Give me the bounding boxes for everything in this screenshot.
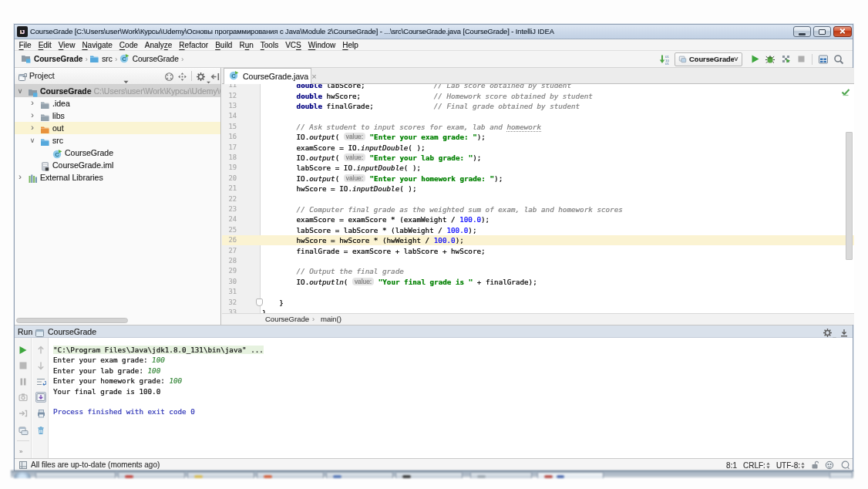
inspections-status-icon[interactable] <box>841 86 850 96</box>
run-tab-coursegrade[interactable]: CourseGrade <box>48 327 96 336</box>
chevron-collapsed-icon[interactable]: › <box>29 110 36 120</box>
editor-vscrollbar-thumb[interactable] <box>846 132 853 260</box>
taskbar-app-icon <box>194 475 203 478</box>
menu-navigate[interactable]: Navigate <box>79 41 116 49</box>
nav-crumb-label: CourseGrade <box>34 55 82 63</box>
menu-analyze[interactable]: Analyze <box>141 41 176 49</box>
console-layout-button[interactable] <box>18 425 29 436</box>
exit-button[interactable] <box>18 408 29 419</box>
event-log-icon[interactable] <box>840 460 850 471</box>
menu-run[interactable]: Run <box>236 41 257 49</box>
readonly-toggle-icon[interactable] <box>811 460 819 471</box>
menu-edit[interactable]: Edit <box>35 41 55 49</box>
main-area: Project ∨CourseGrade C:\Users\user\Work\… <box>15 68 853 325</box>
menu-build[interactable]: Build <box>212 41 236 49</box>
taskbar-button-5[interactable] <box>326 472 393 478</box>
tree-item-coursegrade[interactable]: ∨CourseGrade C:\Users\user\Work\Курсы\Ud… <box>15 85 220 97</box>
menu-code[interactable]: Code <box>116 41 141 49</box>
run-configuration-select[interactable]: CourseGrade∨ <box>675 52 742 66</box>
rerun-button[interactable] <box>18 345 29 356</box>
run-console[interactable]: "C:\Program Files\Java\jdk1.8.0_131\bin\… <box>49 338 853 458</box>
collapse-all-button[interactable] <box>177 71 187 85</box>
title-bar[interactable]: IJ CourseGrade [C:\Users\user\Work\Курсы… <box>15 25 853 39</box>
taskbar-button-9[interactable] <box>829 472 853 478</box>
update-project-button[interactable]: 011001 <box>656 52 671 67</box>
run-button[interactable] <box>747 52 762 67</box>
taskbar-button-7[interactable] <box>470 472 532 478</box>
windows-start-orb[interactable] <box>14 472 31 478</box>
run-with-coverage-button[interactable] <box>778 52 793 67</box>
taskbar-button-6[interactable] <box>395 472 463 478</box>
line-ending-select[interactable]: CRLF: <box>743 461 770 470</box>
project-settings-button[interactable] <box>196 71 206 85</box>
encoding-select[interactable]: UTF-8: <box>776 461 805 470</box>
menu-file[interactable]: File <box>15 41 35 49</box>
taskbar-button-3[interactable] <box>187 472 254 478</box>
fold-marker-icon[interactable] <box>256 298 263 306</box>
chevron-collapsed-icon[interactable]: › <box>29 123 36 132</box>
chevron-expanded-icon[interactable]: ∨ <box>29 137 36 144</box>
project-hscrollbar[interactable] <box>15 316 220 325</box>
windows-taskbar[interactable] <box>11 470 853 477</box>
maximize-button[interactable] <box>813 26 831 37</box>
highlighting-level-icon[interactable] <box>825 460 834 471</box>
breadcrumb-class[interactable]: CourseGrade <box>265 315 309 323</box>
code-line-20: IO.output( value: "Enter your homework g… <box>262 174 503 184</box>
menu-view[interactable]: View <box>55 41 79 49</box>
debug-button[interactable] <box>762 52 778 67</box>
tree-item-libs[interactable]: ›libs <box>15 110 220 122</box>
up-button[interactable] <box>35 345 46 356</box>
search-everywhere-button[interactable] <box>831 52 846 67</box>
stop-button[interactable] <box>18 360 29 371</box>
chevron-collapsed-icon[interactable]: › <box>29 98 36 107</box>
minimize-button[interactable] <box>793 26 811 37</box>
tree-item-coursegrade[interactable]: CCourseGrade <box>15 147 220 159</box>
menu-refactor[interactable]: Refactor <box>176 41 212 49</box>
status-message: All files are up-to-date (moments ago) <box>31 460 160 469</box>
chevron-collapsed-icon[interactable]: › <box>16 172 24 181</box>
soft-wrap-button[interactable] <box>35 376 46 387</box>
nav-crumb-coursegrade-2[interactable]: CCourseGrade <box>119 52 180 66</box>
code-line-25: labScore = labScore * (labWeight / 100.0… <box>262 225 476 235</box>
code-editor[interactable]: 11 double labScore; // Lab score obtaine… <box>222 84 854 313</box>
taskbar-button-1[interactable] <box>35 472 116 478</box>
tree-item--idea[interactable]: ›.idea <box>15 97 220 110</box>
nav-crumb-coursegrade-0[interactable]: CourseGrade <box>21 52 83 66</box>
stop-button[interactable] <box>793 52 809 67</box>
folder-src-icon <box>89 52 99 66</box>
menu-window[interactable]: Window <box>304 41 339 49</box>
parameter-hint-chip: value: <box>344 174 365 182</box>
menu-help[interactable]: Help <box>339 41 362 49</box>
pause-button[interactable] <box>18 376 29 387</box>
tree-item-src[interactable]: ∨src <box>15 134 220 147</box>
dump-button[interactable] <box>18 392 29 403</box>
line-number: 21 <box>222 184 237 194</box>
tab-close-icon[interactable]: × <box>311 73 316 81</box>
breadcrumb-method[interactable]: main() <box>321 315 341 323</box>
print-button[interactable] <box>35 408 46 419</box>
svg-text:01: 01 <box>665 62 669 65</box>
down-button[interactable] <box>35 360 46 371</box>
toolwindow-toggle-icon[interactable] <box>19 460 28 471</box>
clear-all-button[interactable] <box>35 425 46 436</box>
tree-item-external-libraries[interactable]: ›External Libraries <box>15 171 220 184</box>
caret-position[interactable]: 8:1 <box>726 461 737 470</box>
menu-tools[interactable]: Tools <box>257 41 281 49</box>
chevron-expanded-icon[interactable]: ∨ <box>16 87 24 95</box>
menu-vcs[interactable]: VCS <box>282 41 305 49</box>
hscrollbar-thumb[interactable] <box>16 318 128 323</box>
nav-crumb-src-1[interactable]: src <box>89 52 113 66</box>
taskbar-button-4[interactable] <box>257 472 324 478</box>
scroll-from-source-button[interactable] <box>164 71 174 85</box>
project-structure-button[interactable] <box>816 52 831 67</box>
hide-project-panel-button[interactable] <box>210 71 220 85</box>
close-button[interactable]: ✕ <box>833 26 852 37</box>
code-line-12: double hwScore; // Homework score obtain… <box>262 91 593 101</box>
taskbar-button-8[interactable] <box>537 472 604 478</box>
more-button[interactable]: » <box>18 446 29 457</box>
tab-coursegrade-java[interactable]: C CourseGrade.java × <box>224 68 311 84</box>
taskbar-button-2[interactable] <box>118 472 185 478</box>
scroll-end-button[interactable] <box>35 392 46 403</box>
tree-item-coursegrade-iml[interactable]: CourseGrade.iml <box>15 159 220 171</box>
tree-item-out[interactable]: ›out <box>15 122 220 134</box>
